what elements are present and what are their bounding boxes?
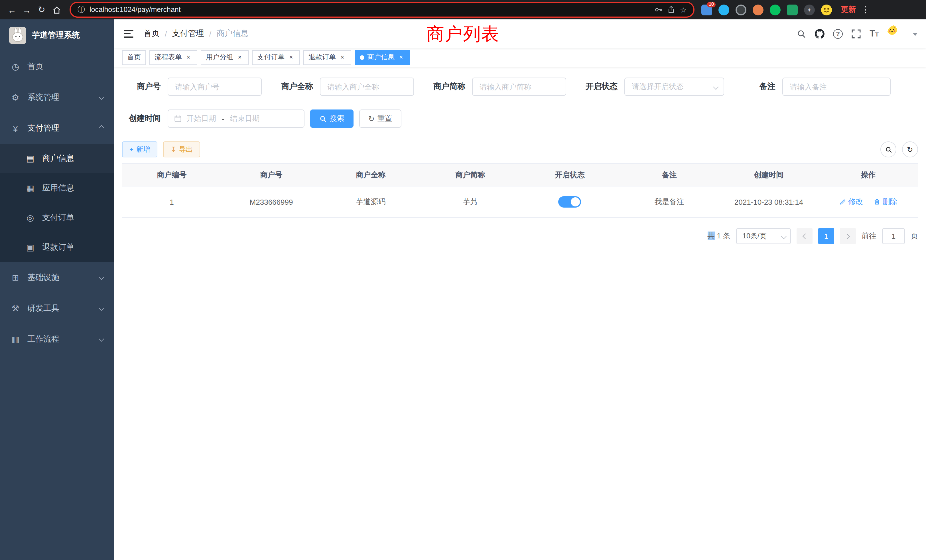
dashboard-icon: ◷ <box>10 62 21 72</box>
close-icon[interactable]: × <box>185 54 192 61</box>
sidebar-item-system[interactable]: ⚙ 系统管理 <box>0 82 114 113</box>
reload-icon[interactable]: ↻ <box>34 2 49 17</box>
top-navbar: 首页 / 支付管理 / 商户信息 ? <box>114 20 926 48</box>
bookmark-star-icon[interactable]: ☆ <box>680 5 687 14</box>
sidebar-item-home[interactable]: ◷ 首页 <box>0 51 114 82</box>
tab-refund-order[interactable]: 退款订单 × <box>303 50 351 65</box>
status-select[interactable]: 请选择开启状态 <box>624 77 724 96</box>
avatar-caret-icon[interactable] <box>913 33 917 38</box>
page-button-1[interactable]: 1 <box>818 228 834 244</box>
breadcrumb-separator: / <box>165 29 167 38</box>
back-icon[interactable]: ← <box>5 2 20 17</box>
search-button[interactable]: 搜索 <box>310 109 354 128</box>
tab-merchant-info[interactable]: 商户信息 × <box>355 50 410 65</box>
sidebar-item-app-info[interactable]: ▦ 应用信息 <box>0 173 114 203</box>
pagination: 共 1 条 10条/页 1 前往 页 <box>122 228 918 244</box>
breadcrumb-home[interactable]: 首页 <box>144 29 160 39</box>
fullscreen-icon[interactable] <box>851 29 861 38</box>
toggle-search-button[interactable] <box>881 141 896 157</box>
forward-icon[interactable]: → <box>20 2 34 17</box>
extension-icon-6[interactable] <box>787 4 798 15</box>
workflow-icon: ▥ <box>10 334 21 344</box>
chevron-down-icon <box>98 336 104 341</box>
form-item-merchant-no: 商户号 <box>122 77 262 96</box>
goto-page-input[interactable] <box>882 228 905 244</box>
password-key-icon[interactable] <box>655 6 663 14</box>
status-toggle[interactable] <box>558 196 581 207</box>
extension-icon-2[interactable] <box>719 4 729 15</box>
remark-input[interactable] <box>782 77 891 96</box>
merchant-no-label: 商户号 <box>122 82 161 92</box>
tab-home[interactable]: 首页 <box>122 50 146 65</box>
delete-button[interactable]: 删除 <box>873 197 897 207</box>
merchant-no-input[interactable] <box>168 77 262 96</box>
next-page-button[interactable] <box>840 228 856 244</box>
breadcrumb-current: 商户信息 <box>217 29 249 39</box>
tab-process-form[interactable]: 流程表单 × <box>150 50 197 65</box>
tab-pay-order[interactable]: 支付订单 × <box>252 50 300 65</box>
sidebar-item-infrastructure[interactable]: ⊞ 基础设施 <box>0 262 114 293</box>
edit-button[interactable]: 修改 <box>839 197 863 207</box>
form-item-full-name: 商户全称 <box>274 77 414 96</box>
prev-page-button[interactable] <box>797 228 813 244</box>
add-button[interactable]: + 新增 <box>122 141 157 157</box>
goto-prefix: 前往 <box>862 231 876 241</box>
form-item-status: 开启状态 请选择开启状态 <box>579 77 724 96</box>
sidebar-item-dev-tools[interactable]: ⚒ 研发工具 <box>0 293 114 324</box>
sidebar-item-payment[interactable]: ¥ 支付管理 <box>0 113 114 144</box>
reset-button[interactable]: ↻ 重置 <box>359 109 401 128</box>
cell-create-time: 2021-10-23 08:31:14 <box>719 186 819 218</box>
app-logo[interactable]: 芋道管理系统 <box>0 20 114 51</box>
github-icon[interactable] <box>815 29 825 38</box>
search-icon[interactable] <box>797 29 806 38</box>
create-time-range-picker[interactable]: 开始日期 - 结束日期 <box>168 109 304 128</box>
pay-order-icon: ◎ <box>25 213 35 223</box>
merchant-table: 商户编号 商户号 商户全称 商户简称 开启状态 备注 创建时间 操作 1 <box>122 163 918 218</box>
extension-icon-3[interactable] <box>735 4 746 15</box>
help-icon[interactable]: ? <box>833 29 843 38</box>
extension-icon-4[interactable] <box>753 4 764 15</box>
gear-icon: ⚙ <box>10 92 21 103</box>
close-icon[interactable]: × <box>398 54 405 61</box>
profile-avatar-icon[interactable] <box>821 4 832 15</box>
refresh-table-button[interactable]: ↻ <box>902 141 918 157</box>
sidebar-item-label: 系统管理 <box>27 92 59 103</box>
form-item-create-time: 创建时间 开始日期 - 结束日期 <box>122 109 304 128</box>
home-icon[interactable] <box>49 2 64 17</box>
tags-view: 首页 流程表单 × 用户分组 × 支付订单 × 退款订单 × <box>114 48 926 67</box>
extension-icon-7[interactable]: ✦ <box>804 4 815 15</box>
sidebar-item-label: 应用信息 <box>42 183 74 193</box>
sidebar-item-merchant-info[interactable]: ▤ 商户信息 <box>0 144 114 173</box>
breadcrumb-payment[interactable]: 支付管理 <box>172 29 204 39</box>
page-size-select[interactable]: 10条/页 <box>736 228 791 244</box>
extension-icon-1[interactable]: 10 <box>701 4 712 15</box>
sidebar-item-label: 基础设施 <box>27 272 59 283</box>
full-name-input[interactable] <box>320 77 414 96</box>
hamburger-icon[interactable] <box>123 28 135 39</box>
sidebar-item-refund-order[interactable]: ▣ 退款订单 <box>0 233 114 262</box>
search-form-row-1: 商户号 商户全称 商户简称 开启状态 请选择开启状态 <box>122 77 918 96</box>
total-count: 共 1 条 <box>707 231 731 241</box>
font-size-icon[interactable]: TT <box>870 29 879 38</box>
remark-label: 备注 <box>737 82 775 92</box>
sidebar-item-pay-order[interactable]: ◎ 支付订单 <box>0 203 114 233</box>
export-button[interactable]: ↧ 导出 <box>163 141 200 157</box>
close-icon[interactable]: × <box>287 54 295 61</box>
close-icon[interactable]: × <box>339 54 346 61</box>
browser-update-button[interactable]: 更新 <box>839 5 858 15</box>
site-info-icon[interactable]: ⓘ <box>77 5 85 15</box>
sidebar-item-workflow[interactable]: ▥ 工作流程 <box>0 324 114 355</box>
share-icon[interactable] <box>667 6 675 14</box>
tab-user-group[interactable]: 用户分组 × <box>201 50 249 65</box>
address-bar[interactable]: ⓘ localhost:1024/pay/merchant ☆ <box>70 2 694 18</box>
user-avatar[interactable] <box>887 25 904 42</box>
chevron-down-icon <box>98 94 104 100</box>
close-icon[interactable]: × <box>236 54 244 61</box>
dev-tools-icon: ⚒ <box>10 303 21 314</box>
chevron-down-icon <box>713 84 719 90</box>
extension-icon-5[interactable] <box>770 4 781 15</box>
short-name-input[interactable] <box>472 77 566 96</box>
table-header-row: 商户编号 商户号 商户全称 商户简称 开启状态 备注 创建时间 操作 <box>122 163 918 186</box>
browser-menu-icon[interactable]: ⋮ <box>858 2 873 17</box>
cell-merchant-id: 1 <box>122 186 221 218</box>
